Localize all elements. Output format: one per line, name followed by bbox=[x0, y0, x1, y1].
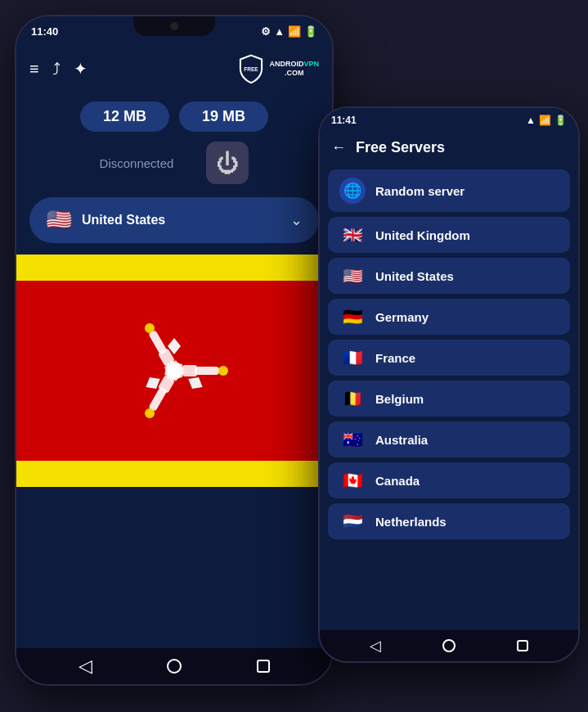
phone-2: 11:41 ▲ 📶 🔋 ← Free Servers 🌐 Random serv… bbox=[318, 106, 580, 663]
bottom-nav-phone2: ◁ bbox=[320, 630, 578, 661]
server-name-de: Germany bbox=[375, 310, 429, 324]
flag-display bbox=[16, 255, 332, 648]
app-logo: FREE ANDROIDVPN.COM bbox=[236, 54, 319, 83]
server-name-uk: United Kingdom bbox=[375, 228, 470, 242]
server-item-us[interactable]: 🇺🇸 United States bbox=[328, 258, 570, 294]
wifi-icon: ▲ bbox=[274, 25, 285, 38]
server-item-ca[interactable]: 🇨🇦 Canada bbox=[328, 462, 570, 498]
status-bar-phone2: 11:41 ▲ 📶 🔋 bbox=[320, 108, 578, 133]
back-button[interactable]: ← bbox=[331, 139, 346, 156]
connection-status: Disconnected bbox=[100, 156, 174, 170]
recents-nav-button[interactable] bbox=[257, 660, 270, 673]
server-list: 🌐 Random server 🇬🇧 United Kingdom 🇺🇸 Uni… bbox=[320, 164, 578, 544]
bottom-nav-phone1: ◁ bbox=[16, 648, 332, 684]
camera bbox=[170, 22, 178, 30]
ca-flag: 🇨🇦 bbox=[339, 471, 366, 490]
power-icon: ⏻ bbox=[216, 150, 239, 177]
time-phone1: 11:40 bbox=[31, 25, 58, 38]
status-icons-phone2: ▲ 📶 🔋 bbox=[526, 115, 567, 126]
recents-nav2-button[interactable] bbox=[517, 640, 528, 651]
notch bbox=[133, 16, 215, 36]
flag-stripe-top bbox=[16, 255, 332, 281]
server-name-au: Australia bbox=[375, 433, 428, 447]
nl-flag: 🇳🇱 bbox=[339, 511, 366, 531]
menu-icon[interactable]: ≡ bbox=[29, 60, 39, 79]
home-nav-button[interactable] bbox=[167, 659, 182, 674]
fr-flag: 🇫🇷 bbox=[339, 348, 366, 367]
header-icons-left: ≡ ⤴ ✦ bbox=[29, 59, 88, 79]
logo-text: ANDROIDVPN.COM bbox=[269, 60, 319, 78]
country-name: United States bbox=[82, 213, 281, 228]
upload-stat: 12 MB bbox=[80, 101, 169, 132]
us-flag-emoji: 🇺🇸 bbox=[46, 207, 72, 232]
de-flag: 🇩🇪 bbox=[339, 307, 366, 327]
iom-flag bbox=[16, 281, 332, 461]
server-name-us: United States bbox=[375, 269, 454, 283]
triskelion-svg bbox=[109, 305, 240, 436]
be-flag: 🇧🇪 bbox=[339, 389, 366, 408]
au-flag: 🇦🇺 bbox=[339, 430, 366, 449]
battery-icon: 🔋 bbox=[304, 25, 317, 38]
svg-point-6 bbox=[218, 366, 228, 376]
country-selector[interactable]: 🇺🇸 United States ⌄ bbox=[29, 197, 319, 243]
connect-row: Disconnected ⏻ bbox=[16, 138, 332, 194]
battery2-icon: 🔋 bbox=[554, 115, 567, 126]
servers-header: ← Free Servers bbox=[320, 133, 578, 164]
download-stat: 19 MB bbox=[179, 101, 268, 132]
home-nav2-button[interactable] bbox=[442, 639, 456, 652]
back-nav-button[interactable]: ◁ bbox=[79, 656, 92, 677]
star-icon[interactable]: ✦ bbox=[74, 59, 88, 79]
wifi2-icon: ▲ bbox=[526, 115, 536, 126]
flag-stripe-bottom bbox=[16, 461, 332, 487]
server-name-fr: France bbox=[375, 351, 415, 365]
logo-shield-icon: FREE bbox=[236, 54, 266, 83]
svg-rect-5 bbox=[182, 365, 197, 376]
globe-icon: 🌐 bbox=[339, 178, 366, 204]
status-icons-phone1: ⚙ ▲ 📶 🔋 bbox=[261, 25, 317, 38]
server-item-uk[interactable]: 🇬🇧 United Kingdom bbox=[328, 217, 570, 253]
server-item-be[interactable]: 🇧🇪 Belgium bbox=[328, 381, 570, 417]
settings-icon: ⚙ bbox=[261, 25, 271, 38]
svg-point-10 bbox=[168, 364, 181, 377]
country-flag: 🇺🇸 bbox=[46, 207, 72, 233]
uk-flag: 🇬🇧 bbox=[339, 225, 366, 245]
svg-text:FREE: FREE bbox=[245, 66, 259, 72]
power-button[interactable]: ⏻ bbox=[206, 142, 249, 184]
server-item-nl[interactable]: 🇳🇱 Netherlands bbox=[328, 503, 570, 539]
server-item-random[interactable]: 🌐 Random server bbox=[328, 169, 570, 212]
phone-1: 11:40 ⚙ ▲ 📶 🔋 ≡ ⤴ ✦ FREE bbox=[15, 15, 334, 686]
back-nav2-button[interactable]: ◁ bbox=[370, 637, 381, 655]
share-icon[interactable]: ⤴ bbox=[52, 60, 61, 79]
header-toolbar: ≡ ⤴ ✦ FREE ANDROIDVPN.COM bbox=[16, 46, 332, 92]
server-name-ca: Canada bbox=[375, 474, 420, 488]
server-name-be: Belgium bbox=[375, 392, 424, 406]
server-name-nl: Netherlands bbox=[375, 515, 447, 529]
server-name-random: Random server bbox=[375, 184, 465, 198]
stats-row: 12 MB 19 MB bbox=[16, 92, 332, 138]
servers-title: Free Servers bbox=[356, 139, 445, 156]
us-flag: 🇺🇸 bbox=[339, 266, 366, 286]
server-item-fr[interactable]: 🇫🇷 France bbox=[328, 340, 570, 376]
signal2-icon: 📶 bbox=[539, 115, 551, 126]
server-item-de[interactable]: 🇩🇪 Germany bbox=[328, 299, 570, 335]
chevron-down-icon: ⌄ bbox=[290, 211, 303, 229]
time-phone2: 11:41 bbox=[331, 115, 357, 126]
signal-icon: 📶 bbox=[288, 25, 301, 38]
server-item-au[interactable]: 🇦🇺 Australia bbox=[328, 421, 570, 457]
svg-rect-4 bbox=[195, 367, 219, 375]
